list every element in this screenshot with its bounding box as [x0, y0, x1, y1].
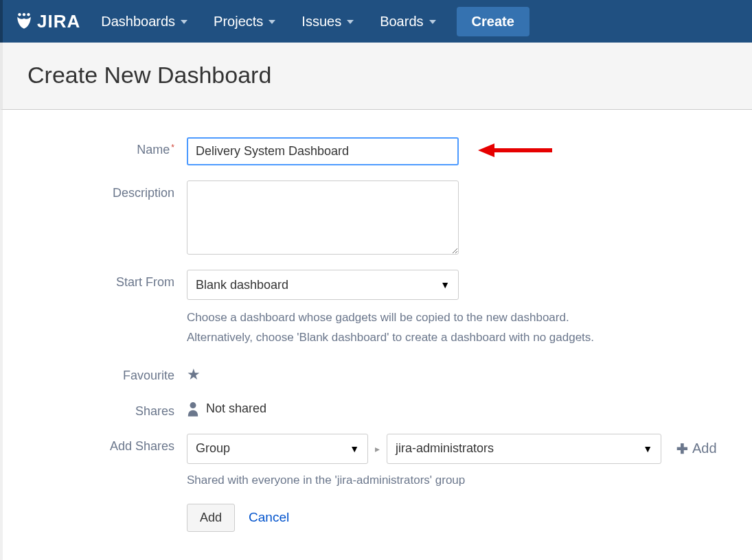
description-label: Description — [27, 180, 187, 200]
row-name: Name* — [27, 137, 727, 165]
row-favourite: Favourite ★ — [27, 363, 727, 384]
star-icon[interactable]: ★ — [187, 366, 201, 384]
chevron-right-icon: ▸ — [375, 443, 380, 454]
chevron-down-icon: ▼ — [440, 279, 450, 290]
row-description: Description — [27, 180, 727, 255]
brand-text: JIRA — [37, 11, 80, 32]
share-type-selected: Group — [196, 441, 230, 456]
favourite-label: Favourite — [27, 363, 187, 383]
svg-point-2 — [27, 13, 30, 16]
plus-icon: ✚ — [676, 441, 688, 457]
required-mark: * — [171, 143, 174, 152]
nav-boards[interactable]: Boards — [374, 10, 441, 34]
add-button[interactable]: Add — [187, 504, 235, 532]
chevron-down-icon — [429, 20, 436, 24]
share-value-selected: jira-administrators — [396, 441, 494, 456]
shares-label: Shares — [27, 399, 187, 419]
person-icon — [187, 401, 199, 417]
chevron-down-icon — [181, 20, 187, 24]
jira-logo-icon — [15, 12, 33, 30]
row-addshares: Add Shares Group ▼ ▸ jira-administrators… — [27, 434, 727, 532]
startfrom-selected: Blank dashboard — [196, 278, 288, 292]
startfrom-label: Start From — [27, 270, 187, 290]
startfrom-hint: Choose a dashboard whose gadgets will be… — [187, 308, 681, 348]
description-field[interactable] — [187, 180, 459, 255]
share-value-select[interactable]: jira-administrators ▼ — [387, 434, 661, 464]
nav-boards-label: Boards — [380, 14, 423, 30]
page-header: Create New Dashboard — [0, 43, 752, 110]
page-title: Create New Dashboard — [27, 62, 727, 89]
nav-issues-label: Issues — [301, 14, 341, 30]
chevron-down-icon — [347, 20, 354, 24]
cancel-link[interactable]: Cancel — [249, 510, 289, 525]
nav-projects-label: Projects — [214, 14, 263, 30]
shares-status: Not shared — [206, 401, 266, 416]
addshares-hint: Shared with everyone in the 'jira-admini… — [187, 474, 727, 487]
annotation-arrow-icon — [478, 140, 554, 161]
svg-point-1 — [23, 13, 25, 16]
svg-point-5 — [190, 402, 196, 408]
row-shares: Shares Not shared — [27, 399, 727, 419]
name-field[interactable] — [187, 137, 459, 165]
form-buttons: Add Cancel — [187, 504, 727, 532]
add-share-link-label: Add — [692, 441, 717, 456]
nav-dashboards-label: Dashboards — [101, 14, 175, 30]
chevron-down-icon: ▼ — [350, 443, 359, 454]
chevron-down-icon: ▼ — [643, 443, 652, 454]
addshares-label: Add Shares — [27, 434, 187, 454]
nav-issues[interactable]: Issues — [296, 10, 359, 34]
chevron-down-icon — [269, 20, 275, 24]
svg-point-0 — [18, 13, 21, 16]
nav-dashboards[interactable]: Dashboards — [95, 10, 193, 34]
add-share-link[interactable]: ✚ Add — [676, 441, 717, 457]
svg-marker-4 — [478, 143, 494, 157]
share-type-select[interactable]: Group ▼ — [187, 434, 368, 464]
nav-projects[interactable]: Projects — [208, 10, 281, 34]
startfrom-select[interactable]: Blank dashboard ▼ — [187, 270, 459, 300]
name-label: Name* — [27, 137, 187, 157]
create-button[interactable]: Create — [457, 7, 529, 36]
top-nav: JIRA Dashboards Projects Issues Boards C… — [0, 0, 752, 43]
row-startfrom: Start From Blank dashboard ▼ Choose a da… — [27, 270, 727, 348]
form-content: Name* Description Start From Blank dashb… — [0, 110, 752, 560]
jira-logo[interactable]: JIRA — [15, 11, 80, 32]
